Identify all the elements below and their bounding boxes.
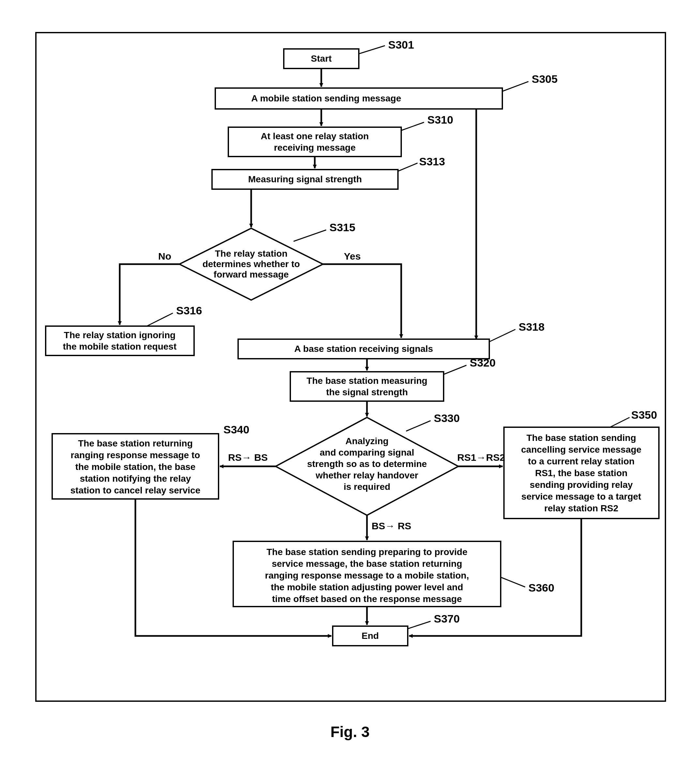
svg-text:BS→ RS: BS→ RS	[372, 520, 411, 531]
svg-text:End: End	[362, 631, 379, 641]
node-s340: The base station returning ranging respo…	[52, 423, 249, 499]
svg-text:S318: S318	[518, 321, 544, 333]
svg-text:cancelling service message: cancelling service message	[521, 445, 642, 455]
svg-text:A  base station receiving sign: A base station receiving signals	[294, 344, 433, 354]
svg-text:station notifying the relay: station notifying the relay	[80, 473, 191, 484]
svg-text:to a current relay station: to a current relay station	[528, 456, 635, 466]
flowchart: Start S301 A mobile station sending mess…	[0, 0, 700, 783]
svg-text:At least one relay station: At least one relay station	[261, 131, 368, 141]
svg-text:The base station sending: The base station sending	[527, 433, 636, 443]
figure-caption: Fig. 3	[330, 723, 370, 740]
svg-text:S330: S330	[434, 412, 460, 424]
svg-line-60	[610, 417, 630, 427]
svg-text:S301: S301	[388, 38, 414, 51]
svg-text:receiving message: receiving message	[274, 143, 356, 153]
svg-text:S313: S313	[419, 155, 445, 168]
svg-text:S310: S310	[427, 113, 453, 126]
svg-line-15	[398, 163, 418, 171]
svg-text:RS1→RS2: RS1→RS2	[457, 452, 505, 463]
node-s330: Analyzing and comparing signal strength …	[276, 412, 460, 515]
svg-line-68	[501, 577, 525, 587]
svg-text:S340: S340	[223, 423, 249, 436]
node-s313: Measuring signal strength S313	[212, 155, 445, 189]
svg-text:Measuring signal strength: Measuring signal strength	[248, 174, 362, 184]
svg-text:ranging response message to: ranging response message to	[71, 450, 200, 460]
svg-text:The base station measuring: The base station measuring	[307, 376, 427, 386]
svg-text:is required: is required	[343, 481, 390, 492]
node-s316: The relay station ignoring the mobile st…	[46, 304, 202, 355]
svg-text:forward message: forward message	[213, 269, 289, 280]
svg-line-21	[293, 230, 326, 242]
node-s305: A mobile station sending message S305	[215, 73, 557, 109]
svg-text:Start: Start	[311, 53, 332, 63]
svg-line-2	[359, 46, 385, 54]
svg-text:S360: S360	[528, 581, 554, 594]
svg-text:A mobile station sending messa: A mobile station sending message	[251, 93, 401, 103]
svg-text:and comparing signal: and comparing signal	[320, 447, 414, 458]
svg-text:S350: S350	[631, 409, 657, 421]
svg-text:S370: S370	[434, 613, 460, 625]
svg-text:S315: S315	[330, 221, 355, 233]
svg-text:The relay station ignoring: The relay station ignoring	[64, 330, 175, 340]
svg-text:S320: S320	[470, 357, 495, 369]
node-s350: The base station sending cancelling serv…	[504, 409, 659, 518]
svg-text:RS1, the base station: RS1, the base station	[535, 468, 627, 478]
svg-text:The base station returning: The base station returning	[78, 438, 193, 448]
svg-text:sending providing relay: sending providing relay	[530, 480, 633, 490]
svg-text:the mobile station, the base: the mobile station, the base	[75, 462, 196, 472]
svg-text:S305: S305	[532, 73, 557, 85]
node-s320: The base station measuring the signal st…	[290, 357, 495, 401]
svg-text:strength so as to determine: strength so as to determine	[307, 459, 427, 469]
svg-text:the mobile station adjusting p: the mobile station adjusting power level…	[271, 582, 463, 592]
svg-text:service message to a target: service message to a target	[521, 491, 641, 501]
svg-line-26	[147, 313, 173, 326]
svg-line-30	[489, 329, 515, 342]
svg-line-35	[443, 365, 467, 374]
svg-text:the signal strength: the signal strength	[326, 387, 408, 397]
svg-line-72	[408, 621, 430, 629]
node-start: Start S301	[284, 38, 414, 68]
svg-text:ranging response message to a : ranging response message to a mobile sta…	[265, 570, 469, 580]
svg-line-6	[502, 82, 528, 91]
node-s360: The base station sending preparing to pr…	[233, 541, 554, 606]
svg-line-43	[406, 421, 430, 431]
svg-text:determines whether to: determines whether to	[203, 259, 300, 269]
svg-text:relay station RS2: relay station RS2	[544, 503, 618, 513]
svg-text:Yes: Yes	[344, 251, 361, 262]
svg-text:Analyzing: Analyzing	[345, 436, 388, 446]
node-s315: The relay station determines whether to …	[179, 221, 355, 300]
svg-text:The relay station: The relay station	[215, 248, 288, 258]
svg-text:No: No	[158, 251, 171, 262]
node-s318: A base station receiving signals S318	[238, 321, 544, 359]
svg-text:The base station sending prepa: The base station sending preparing to pr…	[267, 547, 467, 557]
svg-text:time offset based on the respo: time offset based on the response messag…	[272, 594, 462, 604]
svg-line-11	[401, 122, 424, 130]
node-s310: At least one relay station receiving mes…	[228, 113, 453, 157]
svg-text:S316: S316	[176, 304, 202, 317]
node-end: End S370	[333, 613, 460, 646]
svg-text:whether relay handover: whether relay handover	[315, 470, 418, 480]
svg-text:station to cancel relay servic: station to cancel relay service	[70, 485, 200, 495]
svg-text:the mobile station request: the mobile station request	[63, 342, 177, 352]
svg-text:RS→ BS: RS→ BS	[228, 452, 268, 463]
svg-text:service message, the base stat: service message, the base station return…	[272, 559, 462, 569]
